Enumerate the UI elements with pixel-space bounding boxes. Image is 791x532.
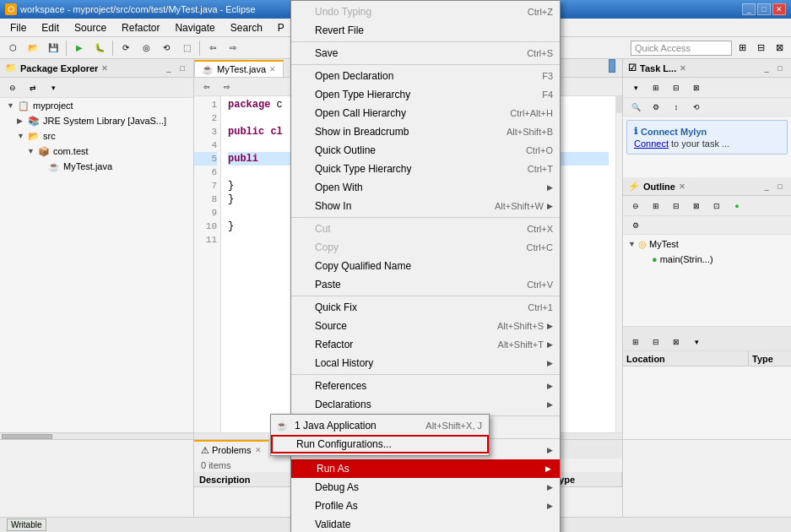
ctx-profile-as-arrow: ▶: [547, 502, 553, 510]
ctx-local-history[interactable]: Local History ▶: [291, 354, 560, 372]
ctx-debug-as-arrow: ▶: [547, 483, 553, 491]
ctx-save-label: Save: [315, 47, 338, 59]
ctx-paste[interactable]: Paste Ctrl+V: [291, 275, 560, 294]
ctx-cut-label: Cut: [315, 223, 331, 235]
submenu-java-app[interactable]: ☕ 1 Java Application Alt+Shift+X, J: [271, 416, 489, 435]
ctx-open-with-arrow: ▶: [547, 183, 553, 192]
submenu-run-config[interactable]: Run Configurations...: [271, 435, 489, 453]
ctx-quick-outline-label: Quick Outline: [315, 144, 376, 156]
submenu-java-app-shortcut: Alt+Shift+X, J: [425, 421, 482, 431]
ctx-debug-as[interactable]: Debug As ▶: [291, 478, 560, 497]
ctx-copy-shortcut: Ctrl+C: [527, 242, 553, 252]
ctx-open-decl-label: Open Declaration: [315, 70, 393, 82]
ctx-paste-shortcut: Ctrl+V: [527, 280, 553, 290]
ctx-quick-fix-label: Quick Fix: [315, 301, 357, 313]
ctx-sep-1: [291, 41, 560, 42]
ctx-show-in-shortcut: Alt+Shift+W: [495, 201, 544, 211]
ctx-copy-qual-label: Copy Qualified Name: [315, 260, 411, 272]
ctx-quick-type-hierarchy[interactable]: Quick Type Hierarchy Ctrl+T: [291, 160, 560, 178]
java-app-icon: ☕: [276, 421, 288, 432]
ctx-source-shortcut: Alt+Shift+S: [497, 321, 544, 331]
ctx-revert-label: Revert File: [315, 24, 364, 36]
ctx-quick-outline-shortcut: Ctrl+O: [526, 145, 553, 155]
ctx-open-call-hierarchy[interactable]: Open Call Hierarchy Ctrl+Alt+H: [291, 104, 560, 122]
ctx-undo-label: Undo Typing: [315, 6, 371, 18]
ctx-run-as-label: Run As: [317, 463, 349, 475]
ctx-save-shortcut: Ctrl+S: [527, 48, 553, 58]
ctx-copy-label: Copy: [315, 242, 339, 253]
ctx-quick-fix[interactable]: Quick Fix Ctrl+1: [291, 298, 560, 317]
ide-window: ⬡ workspace - myproject/src/com/test/MyT…: [0, 0, 791, 532]
ctx-validate[interactable]: Validate: [291, 515, 560, 532]
ctx-show-in-label: Show In: [315, 200, 351, 212]
ctx-profile-as[interactable]: Profile As ▶: [291, 497, 560, 515]
ctx-copy[interactable]: Copy Ctrl+C: [291, 238, 560, 257]
ctx-profile-as-label: Profile As: [315, 500, 358, 512]
ctx-sep-4: [291, 296, 560, 296]
ctx-coverage-arrow: ▶: [547, 446, 553, 454]
ctx-refactor[interactable]: Refactor Alt+Shift+T ▶: [291, 335, 560, 354]
ctx-open-call-shortcut: Ctrl+Alt+H: [510, 108, 553, 118]
ctx-open-type-label: Open Type Hierarchy: [315, 89, 410, 100]
ctx-debug-as-label: Debug As: [315, 481, 359, 493]
ctx-show-in-arrow: ▶: [547, 202, 553, 210]
ctx-open-call-label: Open Call Hierarchy: [315, 107, 406, 119]
ctx-refactor-shortcut: Alt+Shift+T: [498, 339, 544, 350]
ctx-cut[interactable]: Cut Ctrl+X: [291, 220, 560, 238]
ctx-undo-shortcut: Ctrl+Z: [528, 7, 553, 17]
ctx-open-type-shortcut: F4: [542, 90, 553, 100]
ctx-paste-label: Paste: [315, 279, 341, 290]
run-as-submenu: ☕ 1 Java Application Alt+Shift+X, J Run …: [270, 414, 490, 456]
submenu-java-app-label: 1 Java Application: [295, 420, 377, 432]
ctx-declarations-label: Declarations: [315, 399, 371, 410]
ctx-undo-typing[interactable]: Undo Typing Ctrl+Z: [291, 3, 560, 21]
ctx-revert-file[interactable]: Revert File: [291, 21, 560, 40]
ctx-validate-label: Validate: [315, 518, 350, 530]
ctx-sep-3: [291, 217, 560, 218]
ctx-show-bread-label: Show in Breadcrumb: [315, 126, 409, 138]
context-menu-overlay: Undo Typing Ctrl+Z Revert File Save Ctrl…: [0, 0, 791, 532]
ctx-local-history-label: Local History: [315, 357, 373, 369]
ctx-open-type-hierarchy[interactable]: Open Type Hierarchy F4: [291, 85, 560, 104]
ctx-save[interactable]: Save Ctrl+S: [291, 44, 560, 62]
ctx-declarations[interactable]: Declarations ▶: [291, 395, 560, 414]
ctx-references[interactable]: References ▶: [291, 377, 560, 395]
ctx-references-arrow: ▶: [547, 382, 553, 390]
ctx-run-as[interactable]: Run As ▶: [291, 459, 560, 478]
ctx-open-with-label: Open With: [315, 182, 363, 193]
ctx-quick-fix-shortcut: Ctrl+1: [528, 302, 553, 312]
ctx-open-with[interactable]: Open With ▶: [291, 178, 560, 197]
ctx-show-bread-shortcut: Alt+Shift+B: [507, 127, 553, 137]
ctx-run-as-arrow: ▶: [545, 464, 551, 473]
ctx-refactor-arrow: ▶: [547, 340, 553, 349]
ctx-show-in[interactable]: Show In Alt+Shift+W ▶: [291, 197, 560, 215]
ctx-references-label: References: [315, 380, 366, 392]
ctx-source-arrow: ▶: [547, 322, 553, 330]
ctx-quick-type-label: Quick Type Hierarchy: [315, 163, 412, 175]
ctx-open-declaration[interactable]: Open Declaration F3: [291, 67, 560, 85]
ctx-declarations-arrow: ▶: [547, 400, 553, 409]
ctx-show-breadcrumb[interactable]: Show in Breadcrumb Alt+Shift+B: [291, 122, 560, 141]
ctx-sep-5: [291, 374, 560, 375]
ctx-refactor-label: Refactor: [315, 339, 353, 350]
ctx-sep-2: [291, 64, 560, 65]
ctx-local-history-arrow: ▶: [547, 359, 553, 367]
ctx-open-decl-shortcut: F3: [542, 71, 553, 81]
ctx-source-label: Source: [315, 320, 347, 332]
submenu-run-config-label: Run Configurations...: [296, 438, 392, 450]
ctx-quick-type-shortcut: Ctrl+T: [528, 164, 553, 174]
ctx-cut-shortcut: Ctrl+X: [527, 224, 553, 234]
ctx-quick-outline[interactable]: Quick Outline Ctrl+O: [291, 141, 560, 160]
ctx-copy-qualified[interactable]: Copy Qualified Name: [291, 257, 560, 275]
ctx-source[interactable]: Source Alt+Shift+S ▶: [291, 317, 560, 335]
